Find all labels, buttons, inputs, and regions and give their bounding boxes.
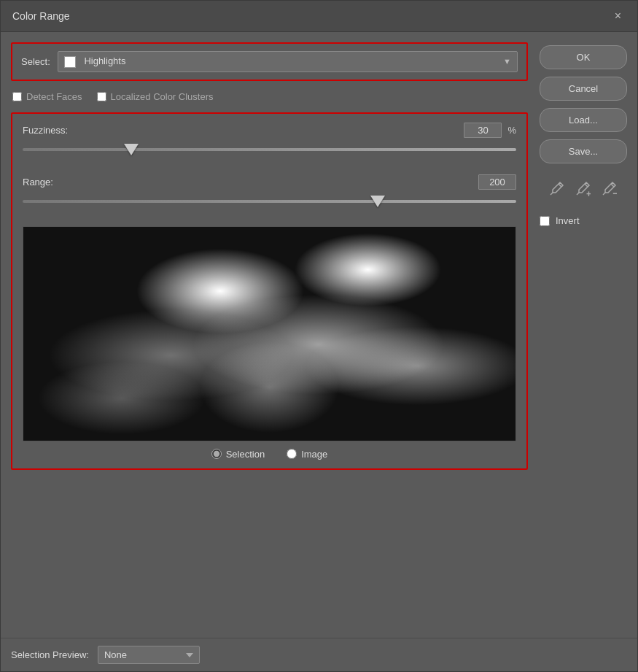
range-slider-track [23,200,516,203]
select-row: Select: Highlights ▼ [21,51,518,72]
range-slider-thumb[interactable] [370,196,385,207]
select-value: Highlights [84,55,125,66]
preview-image [23,226,516,441]
ok-button[interactable]: OK [540,45,627,69]
select-swatch-wrapper: Highlights [64,55,126,68]
color-range-dialog: Color Range × Select: Highlights ▼ [0,0,638,672]
checkboxes-row: Detect Faces Localized Color Clusters [11,88,528,105]
load-button[interactable]: Load... [540,108,627,132]
detect-faces-checkbox[interactable]: Detect Faces [12,91,82,102]
svg-line-1 [559,184,561,187]
localized-clusters-label: Localized Color Clusters [111,91,214,102]
fuzziness-row: Fuzziness: % [23,123,516,138]
range-input[interactable] [478,174,516,190]
dialog-title: Color Range [12,10,70,22]
eyedropper-row: + − [540,178,627,204]
save-button[interactable]: Save... [540,139,627,163]
fuzziness-slider-thumb[interactable] [124,144,139,155]
selection-radio-text: Selection [226,449,265,460]
selection-preview-dropdown[interactable]: None Grayscale Black Matte White Matte Q… [98,646,200,664]
range-label: Range: [23,177,472,188]
svg-line-5 [603,193,605,195]
main-controls-section: Fuzziness: % Range: [11,112,528,470]
bottom-bar: Selection Preview: None Grayscale Black … [1,638,637,671]
detect-faces-input[interactable] [12,92,22,101]
image-radio-label[interactable]: Image [287,449,327,460]
select-section: Select: Highlights ▼ [11,42,528,81]
select-swatch [64,56,76,68]
svg-line-6 [611,184,614,187]
svg-text:+: + [586,189,591,197]
svg-line-0 [551,193,553,195]
invert-row: Invert [540,215,627,226]
selection-radio[interactable] [211,449,222,459]
range-row: Range: [23,174,516,190]
right-panel: OK Cancel Load... Save... [540,42,627,470]
svg-line-2 [577,193,579,195]
fuzziness-label: Fuzziness: [23,125,458,136]
select-dropdown[interactable]: Highlights ▼ [58,51,518,72]
range-slider-container [23,194,516,216]
dialog-body: Select: Highlights ▼ Detect Faces [1,32,637,480]
invert-label: Invert [556,215,580,226]
invert-checkbox[interactable] [540,216,550,226]
image-radio-text: Image [301,449,327,460]
localized-clusters-input[interactable] [97,92,106,101]
cancel-button[interactable]: Cancel [540,77,627,101]
detect-faces-label: Detect Faces [26,91,82,102]
fuzziness-input[interactable] [464,123,502,138]
svg-text:−: − [612,188,617,197]
title-bar: Color Range × [1,1,637,32]
svg-line-3 [585,184,588,187]
radio-row: Selection Image [23,449,516,460]
select-label: Select: [21,56,50,67]
fuzziness-slider-container [23,142,516,164]
localized-clusters-checkbox[interactable]: Localized Color Clusters [97,91,214,102]
preview-image-inner [23,227,516,441]
fuzziness-slider-track [23,148,516,151]
eyedropper-add-button[interactable]: + [573,178,594,204]
image-radio[interactable] [287,449,297,459]
eyedropper-subtract-button[interactable]: − [599,178,620,204]
chevron-down-icon: ▼ [503,57,511,66]
selection-preview-label: Selection Preview: [11,649,89,660]
eyedropper-button[interactable] [547,178,567,204]
selection-radio-label[interactable]: Selection [211,449,265,460]
close-button[interactable]: × [610,8,626,24]
fuzziness-unit: % [507,125,516,136]
left-panel: Select: Highlights ▼ Detect Faces [11,42,528,470]
